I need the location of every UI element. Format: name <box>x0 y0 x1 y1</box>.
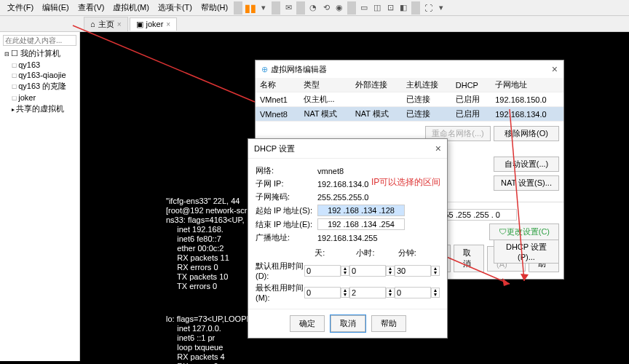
cancel-button[interactable]: 取消 <box>331 315 365 332</box>
ok-button[interactable]: 确定 <box>290 315 325 332</box>
end-ip-input[interactable] <box>317 218 405 230</box>
menu-tabs[interactable]: 选项卡(T) <box>154 1 197 15</box>
menu-help[interactable]: 帮助(H) <box>197 1 232 15</box>
close-icon[interactable]: × <box>166 20 170 28</box>
vm-icon: ▣ <box>136 20 143 29</box>
spinner-icon[interactable]: ▴▾ <box>341 266 349 276</box>
col-name[interactable]: 名称 <box>256 78 299 92</box>
pause-icon[interactable]: ▮▮ <box>244 1 257 15</box>
tree-root[interactable]: ☐ 我的计算机 <box>3 47 76 60</box>
send-icon[interactable]: ✉ <box>282 1 295 15</box>
tree-item[interactable]: qy163 的克隆 <box>3 80 76 92</box>
network-table: 名称 类型 外部连接 主机连接 DHCP 子网地址 VMnet1仅主机... 已… <box>256 78 563 122</box>
tab-vm[interactable]: ▣ joker × <box>130 17 178 31</box>
dhcp-title: DHCP 设置 <box>254 143 295 154</box>
layout1-icon[interactable]: ▭ <box>357 1 371 15</box>
auto-settings-button[interactable]: 自动设置(...) <box>494 157 559 172</box>
col-dhcp[interactable]: DHCP <box>451 78 491 92</box>
layout4-icon[interactable]: ◧ <box>397 1 410 15</box>
tree-item[interactable]: joker <box>3 92 76 103</box>
layout3-icon[interactable]: ⊡ <box>384 1 397 15</box>
dhcp-settings-dialog: DHCP 设置 × 网络:vmnet8 子网 IP:192.168.134.0 … <box>248 138 448 339</box>
mask-label: 子网掩码: <box>256 191 317 202</box>
start-ip-input[interactable] <box>317 205 405 216</box>
days-header: 天: <box>314 248 356 258</box>
start-ip-label: 起始 IP 地址(S): <box>256 205 317 216</box>
tree-shared[interactable]: 共享的虚拟机 <box>3 103 76 115</box>
change-settings-button[interactable]: 🛡更改设置(C) <box>489 223 559 240</box>
default-lease-label: 默认租用时间(D): <box>256 261 304 280</box>
table-row[interactable]: VMnet8NAT 模式NAT 模式 已连接已启用192.168.134.0 <box>256 107 563 122</box>
max-hours-input[interactable] <box>349 287 386 298</box>
home-icon: ⌂ <box>90 20 95 28</box>
default-days-input[interactable] <box>304 265 341 277</box>
menu-edit[interactable]: 编辑(E) <box>38 1 74 15</box>
spinner-icon[interactable]: ▴▾ <box>431 288 440 298</box>
unity-icon[interactable]: ▾ <box>435 1 448 15</box>
tree-item[interactable]: qy163 <box>3 60 76 70</box>
broadcast-label: 广播地址: <box>256 232 317 243</box>
tree-item[interactable]: qy163-qiaojie <box>3 70 76 80</box>
cancel-button[interactable]: 取消 <box>454 245 484 272</box>
shield-icon: 🛡 <box>499 227 507 236</box>
menubar: 文件(F) 编辑(E) 查看(V) 虚拟机(M) 选项卡(T) 帮助(H) ▮▮… <box>0 0 629 16</box>
menu-view[interactable]: 查看(V) <box>74 1 109 15</box>
sidebar: ☐ 我的计算机 qy163 qy163-qiaojie qy163 的克隆 jo… <box>0 32 80 361</box>
mask-value: 255.255.255.0 <box>317 193 440 202</box>
network-value: vmnet8 <box>317 167 440 175</box>
close-icon[interactable]: × <box>552 63 558 75</box>
revert-icon[interactable]: ⟲ <box>320 1 333 15</box>
max-minutes-input[interactable] <box>395 287 431 298</box>
spinner-icon[interactable]: ▴▾ <box>386 266 395 276</box>
menu-vm[interactable]: 虚拟机(M) <box>108 1 154 15</box>
broadcast-value: 192.168.134.255 <box>317 234 440 242</box>
default-minutes-input[interactable] <box>395 265 431 277</box>
dhcp-settings-button[interactable]: DHCP 设置(P)... <box>494 240 559 264</box>
tab-home[interactable]: ⌂ 主页 × <box>84 17 128 31</box>
tab-bar: ⌂ 主页 × ▣ joker × <box>0 16 629 32</box>
vne-title: 虚拟网络编辑器 <box>271 64 327 75</box>
close-icon[interactable]: × <box>435 143 441 154</box>
network-label: 网络: <box>256 165 317 176</box>
hours-header: 小时: <box>356 248 397 258</box>
minutes-header: 分钟: <box>398 248 440 258</box>
fullscreen-icon[interactable]: ⛶ <box>422 1 435 15</box>
subnet-mask-input[interactable] <box>437 209 517 221</box>
annotation-text: IP可以选择的区间 <box>371 176 440 189</box>
col-subnet[interactable]: 子网地址 <box>491 78 563 92</box>
col-host[interactable]: 主机连接 <box>402 78 451 92</box>
col-ext[interactable]: 外部连接 <box>351 78 402 92</box>
close-icon[interactable]: × <box>117 20 122 28</box>
col-type[interactable]: 类型 <box>299 78 350 92</box>
layout2-icon[interactable]: ◫ <box>371 1 384 15</box>
menu-file[interactable]: 文件(F) <box>3 1 38 15</box>
globe-icon: ⊕ <box>261 65 268 74</box>
search-input[interactable] <box>3 35 76 46</box>
remove-network-button[interactable]: 移除网络(O) <box>494 126 559 141</box>
default-hours-input[interactable] <box>349 265 386 277</box>
nat-settings-button[interactable]: NAT 设置(S)... <box>494 175 559 191</box>
manage-icon[interactable]: ◉ <box>333 1 346 15</box>
help-button[interactable]: 帮助 <box>371 315 406 332</box>
max-lease-label: 最长租用时间(M): <box>256 282 304 302</box>
spinner-icon[interactable]: ▴▾ <box>431 266 440 276</box>
end-ip-label: 结束 IP 地址(E): <box>256 219 317 230</box>
spinner-icon[interactable]: ▴▾ <box>341 288 349 298</box>
snapshot-icon[interactable]: ◔ <box>306 1 320 15</box>
table-row[interactable]: VMnet1仅主机... 已连接已启用192.168.150.0 <box>256 92 563 107</box>
max-days-input[interactable] <box>304 287 341 298</box>
spinner-icon[interactable]: ▴▾ <box>386 288 395 298</box>
subnet-label: 子网 IP: <box>256 178 317 189</box>
dropdown-icon[interactable]: ▾ <box>257 1 270 15</box>
